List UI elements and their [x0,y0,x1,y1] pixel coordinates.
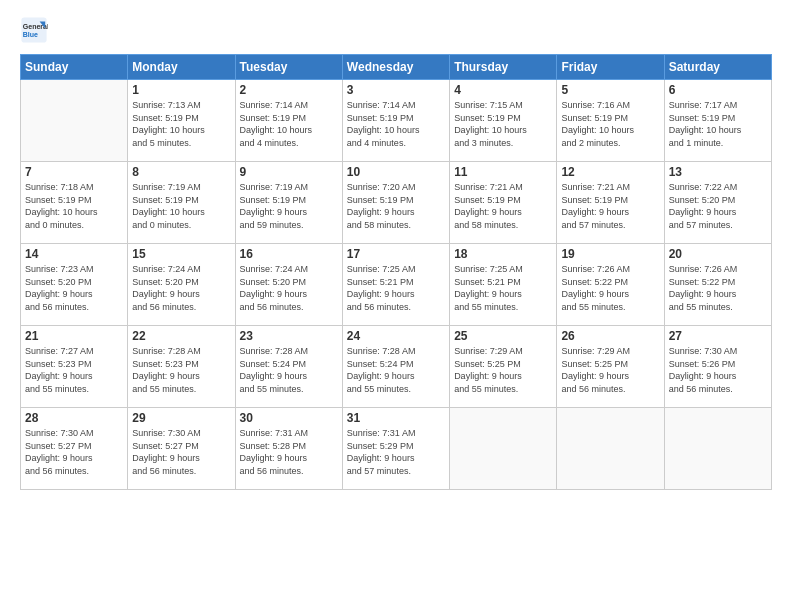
day-number: 18 [454,247,552,261]
day-info: Sunrise: 7:15 AM Sunset: 5:19 PM Dayligh… [454,99,552,149]
weekday-header-saturday: Saturday [664,55,771,80]
day-info: Sunrise: 7:22 AM Sunset: 5:20 PM Dayligh… [669,181,767,231]
weekday-header-tuesday: Tuesday [235,55,342,80]
calendar-cell: 5Sunrise: 7:16 AM Sunset: 5:19 PM Daylig… [557,80,664,162]
day-number: 3 [347,83,445,97]
day-number: 2 [240,83,338,97]
calendar-cell: 22Sunrise: 7:28 AM Sunset: 5:23 PM Dayli… [128,326,235,408]
calendar-cell: 20Sunrise: 7:26 AM Sunset: 5:22 PM Dayli… [664,244,771,326]
day-number: 22 [132,329,230,343]
day-info: Sunrise: 7:25 AM Sunset: 5:21 PM Dayligh… [347,263,445,313]
day-info: Sunrise: 7:31 AM Sunset: 5:28 PM Dayligh… [240,427,338,477]
day-number: 14 [25,247,123,261]
day-number: 17 [347,247,445,261]
calendar-cell [21,80,128,162]
calendar-cell: 16Sunrise: 7:24 AM Sunset: 5:20 PM Dayli… [235,244,342,326]
day-info: Sunrise: 7:21 AM Sunset: 5:19 PM Dayligh… [561,181,659,231]
calendar-cell: 18Sunrise: 7:25 AM Sunset: 5:21 PM Dayli… [450,244,557,326]
day-info: Sunrise: 7:27 AM Sunset: 5:23 PM Dayligh… [25,345,123,395]
day-info: Sunrise: 7:26 AM Sunset: 5:22 PM Dayligh… [669,263,767,313]
page: General Blue SundayMondayTuesdayWednesda… [0,0,792,612]
calendar-cell: 28Sunrise: 7:30 AM Sunset: 5:27 PM Dayli… [21,408,128,490]
day-info: Sunrise: 7:20 AM Sunset: 5:19 PM Dayligh… [347,181,445,231]
calendar-header: SundayMondayTuesdayWednesdayThursdayFrid… [21,55,772,80]
day-info: Sunrise: 7:28 AM Sunset: 5:24 PM Dayligh… [240,345,338,395]
calendar-cell [450,408,557,490]
day-info: Sunrise: 7:31 AM Sunset: 5:29 PM Dayligh… [347,427,445,477]
weekday-header-wednesday: Wednesday [342,55,449,80]
day-number: 12 [561,165,659,179]
calendar-body: 1Sunrise: 7:13 AM Sunset: 5:19 PM Daylig… [21,80,772,490]
day-info: Sunrise: 7:21 AM Sunset: 5:19 PM Dayligh… [454,181,552,231]
day-info: Sunrise: 7:30 AM Sunset: 5:26 PM Dayligh… [669,345,767,395]
calendar-week-row: 21Sunrise: 7:27 AM Sunset: 5:23 PM Dayli… [21,326,772,408]
day-number: 5 [561,83,659,97]
weekday-header-row: SundayMondayTuesdayWednesdayThursdayFrid… [21,55,772,80]
day-info: Sunrise: 7:29 AM Sunset: 5:25 PM Dayligh… [454,345,552,395]
day-number: 31 [347,411,445,425]
calendar-week-row: 1Sunrise: 7:13 AM Sunset: 5:19 PM Daylig… [21,80,772,162]
calendar-cell: 6Sunrise: 7:17 AM Sunset: 5:19 PM Daylig… [664,80,771,162]
day-number: 25 [454,329,552,343]
calendar-table: SundayMondayTuesdayWednesdayThursdayFrid… [20,54,772,490]
day-info: Sunrise: 7:14 AM Sunset: 5:19 PM Dayligh… [240,99,338,149]
day-number: 6 [669,83,767,97]
calendar-cell: 19Sunrise: 7:26 AM Sunset: 5:22 PM Dayli… [557,244,664,326]
calendar-cell: 10Sunrise: 7:20 AM Sunset: 5:19 PM Dayli… [342,162,449,244]
day-number: 1 [132,83,230,97]
day-number: 27 [669,329,767,343]
calendar-week-row: 14Sunrise: 7:23 AM Sunset: 5:20 PM Dayli… [21,244,772,326]
day-number: 28 [25,411,123,425]
calendar-cell: 23Sunrise: 7:28 AM Sunset: 5:24 PM Dayli… [235,326,342,408]
day-info: Sunrise: 7:19 AM Sunset: 5:19 PM Dayligh… [240,181,338,231]
day-number: 16 [240,247,338,261]
calendar-cell: 17Sunrise: 7:25 AM Sunset: 5:21 PM Dayli… [342,244,449,326]
day-info: Sunrise: 7:28 AM Sunset: 5:23 PM Dayligh… [132,345,230,395]
weekday-header-thursday: Thursday [450,55,557,80]
calendar-cell: 4Sunrise: 7:15 AM Sunset: 5:19 PM Daylig… [450,80,557,162]
day-info: Sunrise: 7:18 AM Sunset: 5:19 PM Dayligh… [25,181,123,231]
calendar-cell: 3Sunrise: 7:14 AM Sunset: 5:19 PM Daylig… [342,80,449,162]
day-info: Sunrise: 7:17 AM Sunset: 5:19 PM Dayligh… [669,99,767,149]
day-number: 26 [561,329,659,343]
day-number: 20 [669,247,767,261]
day-info: Sunrise: 7:24 AM Sunset: 5:20 PM Dayligh… [132,263,230,313]
calendar-cell: 27Sunrise: 7:30 AM Sunset: 5:26 PM Dayli… [664,326,771,408]
day-info: Sunrise: 7:13 AM Sunset: 5:19 PM Dayligh… [132,99,230,149]
calendar-cell: 31Sunrise: 7:31 AM Sunset: 5:29 PM Dayli… [342,408,449,490]
day-number: 29 [132,411,230,425]
calendar-cell: 24Sunrise: 7:28 AM Sunset: 5:24 PM Dayli… [342,326,449,408]
day-number: 13 [669,165,767,179]
day-info: Sunrise: 7:28 AM Sunset: 5:24 PM Dayligh… [347,345,445,395]
day-number: 8 [132,165,230,179]
day-info: Sunrise: 7:23 AM Sunset: 5:20 PM Dayligh… [25,263,123,313]
day-number: 21 [25,329,123,343]
day-number: 30 [240,411,338,425]
day-number: 24 [347,329,445,343]
day-number: 7 [25,165,123,179]
weekday-header-sunday: Sunday [21,55,128,80]
calendar-cell [557,408,664,490]
calendar-week-row: 28Sunrise: 7:30 AM Sunset: 5:27 PM Dayli… [21,408,772,490]
svg-text:Blue: Blue [23,31,38,38]
calendar-cell: 13Sunrise: 7:22 AM Sunset: 5:20 PM Dayli… [664,162,771,244]
day-number: 23 [240,329,338,343]
svg-rect-0 [21,17,46,42]
day-info: Sunrise: 7:19 AM Sunset: 5:19 PM Dayligh… [132,181,230,231]
calendar-cell: 9Sunrise: 7:19 AM Sunset: 5:19 PM Daylig… [235,162,342,244]
calendar-cell [664,408,771,490]
logo: General Blue [20,16,52,44]
calendar-cell: 26Sunrise: 7:29 AM Sunset: 5:25 PM Dayli… [557,326,664,408]
day-info: Sunrise: 7:25 AM Sunset: 5:21 PM Dayligh… [454,263,552,313]
day-info: Sunrise: 7:14 AM Sunset: 5:19 PM Dayligh… [347,99,445,149]
day-info: Sunrise: 7:29 AM Sunset: 5:25 PM Dayligh… [561,345,659,395]
weekday-header-monday: Monday [128,55,235,80]
day-info: Sunrise: 7:24 AM Sunset: 5:20 PM Dayligh… [240,263,338,313]
day-info: Sunrise: 7:30 AM Sunset: 5:27 PM Dayligh… [132,427,230,477]
calendar-cell: 14Sunrise: 7:23 AM Sunset: 5:20 PM Dayli… [21,244,128,326]
day-number: 19 [561,247,659,261]
calendar-cell: 15Sunrise: 7:24 AM Sunset: 5:20 PM Dayli… [128,244,235,326]
calendar-cell: 8Sunrise: 7:19 AM Sunset: 5:19 PM Daylig… [128,162,235,244]
calendar-cell: 12Sunrise: 7:21 AM Sunset: 5:19 PM Dayli… [557,162,664,244]
calendar-cell: 25Sunrise: 7:29 AM Sunset: 5:25 PM Dayli… [450,326,557,408]
